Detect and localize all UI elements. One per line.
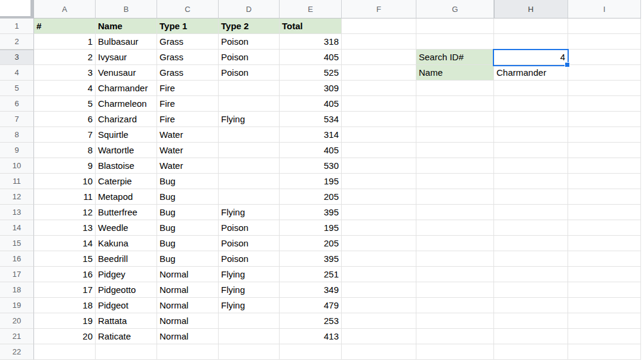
cell-H22[interactable] bbox=[494, 344, 568, 360]
cell-F14[interactable] bbox=[342, 220, 416, 236]
cell-H11[interactable] bbox=[494, 174, 568, 189]
cell-I2[interactable] bbox=[568, 34, 641, 50]
cell-A12[interactable]: 11 bbox=[34, 189, 96, 205]
cell-A13[interactable]: 12 bbox=[34, 205, 96, 220]
cell-I1[interactable] bbox=[568, 18, 641, 34]
cell-I15[interactable] bbox=[568, 236, 641, 251]
cell-F5[interactable] bbox=[342, 81, 416, 96]
cell-G9[interactable] bbox=[416, 143, 494, 158]
cell-C1[interactable]: Type 1 bbox=[157, 18, 219, 34]
cell-C20[interactable]: Normal bbox=[157, 313, 219, 329]
row-header-4[interactable]: 4 bbox=[0, 65, 34, 81]
cell-E18[interactable]: 349 bbox=[280, 282, 342, 298]
cell-F12[interactable] bbox=[342, 189, 416, 205]
cell-A15[interactable]: 14 bbox=[34, 236, 96, 251]
row-header-17[interactable]: 17 bbox=[0, 267, 34, 282]
cell-G1[interactable] bbox=[416, 18, 494, 34]
cell-A4[interactable]: 3 bbox=[34, 65, 96, 81]
cell-I9[interactable] bbox=[568, 143, 641, 158]
cell-F6[interactable] bbox=[342, 96, 416, 112]
cell-C12[interactable]: Bug bbox=[157, 189, 219, 205]
cell-C19[interactable]: Normal bbox=[157, 298, 219, 313]
cell-D14[interactable]: Poison bbox=[219, 220, 280, 236]
cell-I17[interactable] bbox=[568, 267, 641, 282]
cell-G5[interactable] bbox=[416, 81, 494, 96]
cell-D8[interactable] bbox=[219, 127, 280, 143]
cell-H7[interactable] bbox=[494, 112, 568, 127]
cell-F11[interactable] bbox=[342, 174, 416, 189]
cell-B19[interactable]: Pidgeot bbox=[96, 298, 157, 313]
row-header-16[interactable]: 16 bbox=[0, 251, 34, 267]
cell-F7[interactable] bbox=[342, 112, 416, 127]
cell-F4[interactable] bbox=[342, 65, 416, 81]
cell-F16[interactable] bbox=[342, 251, 416, 267]
cell-D21[interactable] bbox=[219, 329, 280, 344]
cell-D2[interactable]: Poison bbox=[219, 34, 280, 50]
cell-C7[interactable]: Fire bbox=[157, 112, 219, 127]
row-header-7[interactable]: 7 bbox=[0, 112, 34, 127]
cell-E21[interactable]: 413 bbox=[280, 329, 342, 344]
cell-A3[interactable]: 2 bbox=[34, 50, 96, 65]
column-header-H[interactable]: H bbox=[494, 0, 568, 18]
cell-C3[interactable]: Grass bbox=[157, 50, 219, 65]
cell-A22[interactable] bbox=[34, 344, 96, 360]
cell-E8[interactable]: 314 bbox=[280, 127, 342, 143]
cell-A5[interactable]: 4 bbox=[34, 81, 96, 96]
cell-B8[interactable]: Squirtle bbox=[96, 127, 157, 143]
cell-C21[interactable]: Normal bbox=[157, 329, 219, 344]
row-header-13[interactable]: 13 bbox=[0, 205, 34, 220]
column-header-E[interactable]: E bbox=[280, 0, 342, 18]
cell-D13[interactable]: Flying bbox=[219, 205, 280, 220]
cell-D19[interactable]: Flying bbox=[219, 298, 280, 313]
cell-B7[interactable]: Charizard bbox=[96, 112, 157, 127]
cell-H18[interactable] bbox=[494, 282, 568, 298]
cell-H9[interactable] bbox=[494, 143, 568, 158]
column-header-A[interactable]: A bbox=[34, 0, 96, 18]
column-header-C[interactable]: C bbox=[157, 0, 219, 18]
cell-D3[interactable]: Poison bbox=[219, 50, 280, 65]
cell-F18[interactable] bbox=[342, 282, 416, 298]
cell-F17[interactable] bbox=[342, 267, 416, 282]
cell-G18[interactable] bbox=[416, 282, 494, 298]
cell-B10[interactable]: Blastoise bbox=[96, 158, 157, 174]
cell-D20[interactable] bbox=[219, 313, 280, 329]
cell-H13[interactable] bbox=[494, 205, 568, 220]
cell-G11[interactable] bbox=[416, 174, 494, 189]
row-header-22[interactable]: 22 bbox=[0, 344, 34, 360]
cell-G17[interactable] bbox=[416, 267, 494, 282]
cell-A19[interactable]: 18 bbox=[34, 298, 96, 313]
cell-D12[interactable] bbox=[219, 189, 280, 205]
cell-B9[interactable]: Wartortle bbox=[96, 143, 157, 158]
cell-B21[interactable]: Raticate bbox=[96, 329, 157, 344]
cell-I14[interactable] bbox=[568, 220, 641, 236]
cell-H16[interactable] bbox=[494, 251, 568, 267]
cell-G22[interactable] bbox=[416, 344, 494, 360]
cell-D22[interactable] bbox=[219, 344, 280, 360]
row-header-12[interactable]: 12 bbox=[0, 189, 34, 205]
cell-H4[interactable]: Charmander bbox=[494, 65, 568, 81]
cell-E13[interactable]: 395 bbox=[280, 205, 342, 220]
cell-C10[interactable]: Water bbox=[157, 158, 219, 174]
row-header-14[interactable]: 14 bbox=[0, 220, 34, 236]
cell-I18[interactable] bbox=[568, 282, 641, 298]
cell-A7[interactable]: 6 bbox=[34, 112, 96, 127]
cell-G14[interactable] bbox=[416, 220, 494, 236]
cell-D7[interactable]: Flying bbox=[219, 112, 280, 127]
cell-I22[interactable] bbox=[568, 344, 641, 360]
cell-G16[interactable] bbox=[416, 251, 494, 267]
cell-B14[interactable]: Weedle bbox=[96, 220, 157, 236]
fill-handle[interactable] bbox=[565, 62, 570, 67]
cell-E12[interactable]: 205 bbox=[280, 189, 342, 205]
cell-H19[interactable] bbox=[494, 298, 568, 313]
cell-A9[interactable]: 8 bbox=[34, 143, 96, 158]
row-header-19[interactable]: 19 bbox=[0, 298, 34, 313]
cell-A2[interactable]: 1 bbox=[34, 34, 96, 50]
cell-G6[interactable] bbox=[416, 96, 494, 112]
cell-E3[interactable]: 405 bbox=[280, 50, 342, 65]
cell-G20[interactable] bbox=[416, 313, 494, 329]
cell-B5[interactable]: Charmander bbox=[96, 81, 157, 96]
cell-H12[interactable] bbox=[494, 189, 568, 205]
cell-H14[interactable] bbox=[494, 220, 568, 236]
cell-A6[interactable]: 5 bbox=[34, 96, 96, 112]
cell-I20[interactable] bbox=[568, 313, 641, 329]
